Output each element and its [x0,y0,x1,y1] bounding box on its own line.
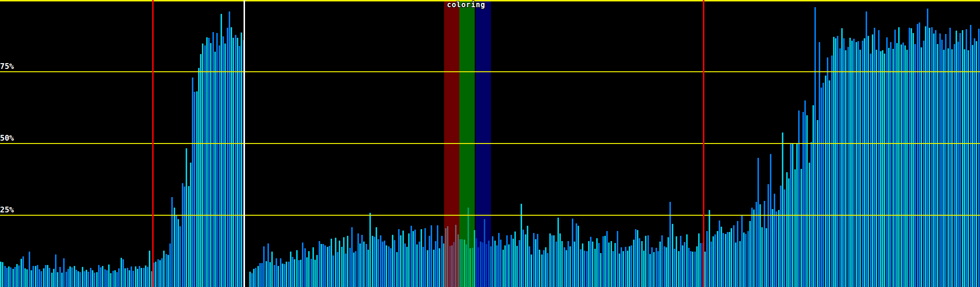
axis-labels-layer: 75% 50% 25% coloring [0,0,980,287]
coloring-label: coloring [447,1,485,9]
ytick-label-50: 50% [0,134,14,142]
ytick-label-25: 25% [0,206,14,214]
waveform-scope: 75% 50% 25% coloring [0,0,980,287]
ytick-label-75: 75% [0,63,14,70]
